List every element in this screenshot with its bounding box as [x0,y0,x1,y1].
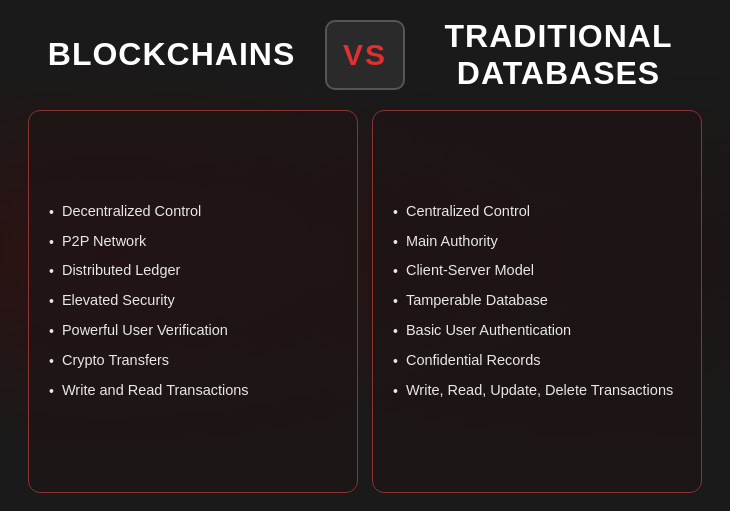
list-item: •Crypto Transfers [49,351,337,371]
list-item: •Decentralized Control [49,202,337,222]
bullet-icon: • [49,292,54,311]
bullet-icon: • [49,233,54,252]
list-item: •Powerful User Verification [49,321,337,341]
list-item: •Distributed Ledger [49,261,337,281]
bullet-icon: • [393,322,398,341]
blockchain-list: •Decentralized Control•P2P Network•Distr… [49,202,337,401]
bullet-icon: • [393,262,398,281]
vs-badge: VS [325,20,405,90]
list-item: •Tamperable Database [393,291,681,311]
bullet-icon: • [393,292,398,311]
list-item: •P2P Network [49,232,337,252]
bullet-icon: • [393,233,398,252]
blockchain-title: BLOCKCHAINS [28,36,315,73]
list-item: •Elevated Security [49,291,337,311]
blockchain-panel: •Decentralized Control•P2P Network•Distr… [28,110,358,493]
vs-label: VS [343,38,387,72]
database-panel: •Centralized Control•Main Authority•Clie… [372,110,702,493]
bullet-icon: • [393,382,398,401]
bullet-icon: • [49,203,54,222]
list-item: •Confidential Records [393,351,681,371]
content-area: •Decentralized Control•P2P Network•Distr… [28,110,702,493]
list-item: •Main Authority [393,232,681,252]
list-item: •Write and Read Transactions [49,381,337,401]
database-list: •Centralized Control•Main Authority•Clie… [393,202,681,401]
bullet-icon: • [49,382,54,401]
bullet-icon: • [49,352,54,371]
bullet-icon: • [49,262,54,281]
list-item: •Write, Read, Update, Delete Transaction… [393,381,681,401]
bullet-icon: • [393,352,398,371]
list-item: •Basic User Authentication [393,321,681,341]
list-item: •Centralized Control [393,202,681,222]
list-item: •Client-Server Model [393,261,681,281]
bullet-icon: • [393,203,398,222]
database-title: TRADITIONAL DATABASES [415,18,702,92]
header: BLOCKCHAINS VS TRADITIONAL DATABASES [28,18,702,92]
bullet-icon: • [49,322,54,341]
